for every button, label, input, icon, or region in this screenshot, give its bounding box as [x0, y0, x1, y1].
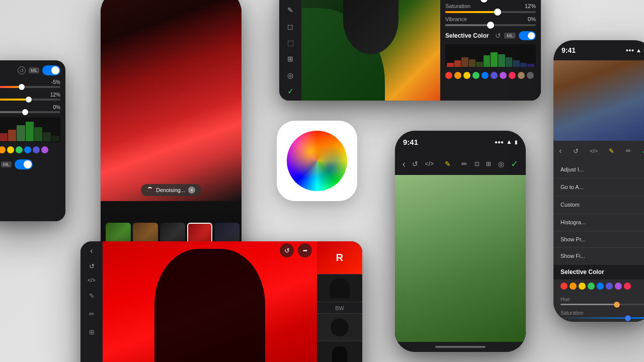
color-dot-green[interactable]	[16, 146, 23, 153]
status-bar: 9:41 ●●● ▲ ▮	[395, 131, 526, 153]
dr-undo-icon[interactable]: ↺	[573, 147, 579, 155]
undo-icon[interactable]: ↺	[412, 160, 418, 168]
cr-photo	[395, 175, 526, 342]
selective-color-title: Selective Color	[560, 268, 604, 276]
db-left-toolbar: ‹ ↺ </> ✎ ✏ ⊞	[80, 241, 103, 362]
dr-menu-item-goto[interactable]: Go to A... ›	[553, 178, 644, 196]
swatch-red[interactable]	[560, 283, 568, 290]
dr-back-icon[interactable]: ‹	[559, 146, 561, 155]
saturation-label: Saturation	[445, 3, 470, 9]
emoji-icon[interactable]: ◎	[285, 70, 296, 80]
dot-brown[interactable]	[518, 72, 525, 79]
loading-spinner	[147, 187, 153, 193]
vibrance-slider[interactable]	[445, 24, 536, 26]
dr-menu-item-custom[interactable]: Custom ›	[553, 196, 644, 214]
dr-signal: ●●●	[626, 48, 634, 53]
dot-purple[interactable]	[500, 72, 507, 79]
color-dot-indigo[interactable]	[33, 146, 40, 153]
status-time: 9:41	[403, 138, 418, 146]
db-thumb-1[interactable]	[317, 274, 362, 302]
saturation-slider[interactable]	[0, 99, 60, 101]
home-line	[435, 346, 486, 348]
swatch-orange[interactable]	[570, 283, 577, 290]
db-main-thumb[interactable]: R	[317, 241, 362, 274]
brush-icon[interactable]: ✎	[441, 157, 455, 171]
swatch-blue[interactable]	[597, 283, 604, 290]
color-dot-orange[interactable]	[0, 146, 6, 153]
color-wheel	[287, 131, 347, 191]
db-thumb-2[interactable]	[317, 313, 362, 341]
dr-code-icon[interactable]: </>	[590, 148, 598, 154]
db-thumb-3[interactable]	[317, 341, 362, 362]
device-iphone-center-right: 9:41 ●●● ▲ ▮ ‹ ↺ </> ✎ ✏ ⊡ ⊞ ◎ ✓	[395, 131, 526, 352]
dot-red[interactable]	[445, 72, 452, 79]
selective-color-toggle[interactable]	[519, 31, 536, 40]
dr-menu-item-histogram[interactable]: Histogra... ›	[553, 214, 644, 231]
swatch-indigo[interactable]	[606, 283, 613, 290]
vibrance-val: 0%	[528, 16, 536, 22]
ipad-histogram	[445, 44, 536, 67]
grid-icon[interactable]: ⊞	[486, 160, 491, 167]
vibrance-slider[interactable]	[0, 111, 60, 113]
ipad-canvas	[301, 0, 440, 101]
ml-badge-2: ML	[1, 161, 12, 167]
db-thumb-letter: R	[336, 252, 343, 263]
dr-menu-text-showfi: Show Fi...	[560, 253, 585, 259]
dr-menu-item-adjust[interactable]: Adjust I... ›	[553, 161, 644, 178]
code-icon[interactable]: </>	[425, 160, 434, 167]
db-grid-icon[interactable]: ⊞	[86, 326, 97, 337]
dr-menu-item-showfi[interactable]: Show Fi...	[553, 248, 644, 264]
crop-icon[interactable]: ⊡	[474, 160, 479, 167]
dr-menu-item-showpr[interactable]: Show Pr...	[553, 231, 644, 248]
dr-brush-icon[interactable]: ✎	[609, 147, 614, 155]
db-back-button[interactable]: ‹	[90, 246, 93, 255]
crop-icon[interactable]: ⬚	[285, 38, 296, 48]
db-undo-icon[interactable]: ↺	[89, 262, 95, 270]
denoising-text: Denoising...	[156, 187, 185, 193]
dot-indigo[interactable]	[491, 72, 498, 79]
reset-button[interactable]: ↺	[495, 32, 501, 40]
db-refresh-icon[interactable]: ↺	[280, 243, 294, 257]
dot-blue[interactable]	[481, 72, 489, 79]
db-canvas: ↺ •••	[103, 241, 317, 362]
db-code-icon[interactable]: </>	[88, 277, 96, 283]
vibrance-label: Vibrance	[445, 16, 467, 22]
color-dot-purple[interactable]	[41, 146, 48, 153]
saturation-track[interactable]	[560, 317, 644, 319]
grid-icon[interactable]: ⊞	[285, 54, 296, 64]
dot-yellow[interactable]	[463, 72, 470, 79]
color-dot-yellow[interactable]	[7, 146, 14, 153]
dr-menu-text-histogram: Histogra...	[560, 219, 586, 225]
brush-icon[interactable]: ✎	[285, 5, 296, 15]
db-more-icon[interactable]: •••	[298, 243, 312, 257]
device-iphone-right: 9:41 ●●● ▲ ▮ ‹ ↺ </> ✎ ✏ ✓	[553, 40, 644, 322]
db-brush-icon[interactable]: ✎	[86, 290, 97, 301]
dot-orange[interactable]	[454, 72, 461, 79]
ml-toggle[interactable]	[42, 65, 60, 75]
checkmark-icon[interactable]: ✓	[285, 86, 296, 97]
done-button[interactable]: ✓	[511, 158, 518, 169]
swatch-pink[interactable]	[624, 283, 631, 290]
swatch-yellow[interactable]	[579, 283, 586, 290]
cancel-button[interactable]: ×	[188, 187, 195, 194]
dr-photo	[553, 60, 644, 141]
saturation-slider[interactable]	[445, 11, 536, 13]
color-dot-blue[interactable]	[24, 146, 31, 153]
swatch-green[interactable]	[588, 283, 595, 290]
more-icon[interactable]: ◎	[498, 160, 504, 168]
back-icon[interactable]: ‹	[403, 159, 406, 169]
dot-pink[interactable]	[509, 72, 516, 79]
swatch-purple[interactable]	[615, 283, 622, 290]
ml-toggle-2[interactable]	[15, 159, 33, 169]
dot-green[interactable]	[472, 72, 479, 79]
pencil-icon[interactable]: ✏	[461, 160, 467, 168]
dr-checkmark-icon[interactable]: ✓	[642, 146, 644, 156]
dr-pencil-icon[interactable]: ✏	[626, 147, 631, 154]
db-pencil-icon[interactable]: ✏	[86, 308, 97, 319]
dot-gray[interactable]	[527, 72, 534, 79]
hue-slider[interactable]	[0, 86, 60, 88]
denoising-badge: Denoising... ×	[141, 184, 201, 196]
hue-track[interactable]	[560, 304, 644, 305]
reset-icon[interactable]: ↺	[18, 66, 26, 74]
eraser-icon[interactable]: ◻	[285, 22, 296, 32]
